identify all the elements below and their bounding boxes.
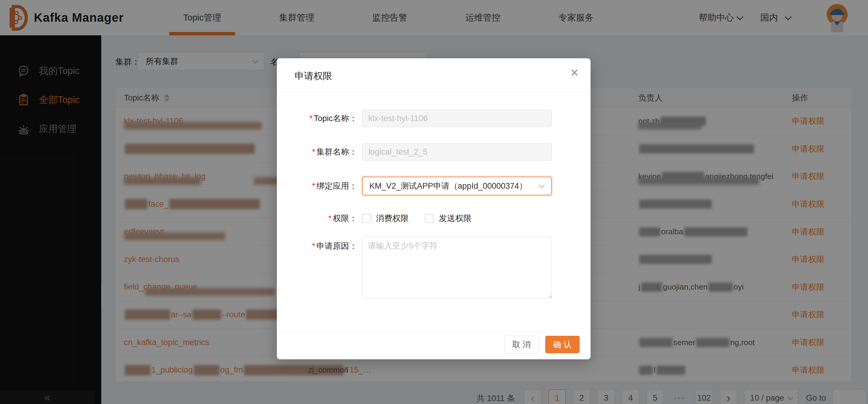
required-asterisk: *: [309, 114, 312, 123]
permission-checkbox-group: 消费权限发送权限: [362, 213, 488, 224]
close-icon[interactable]: ×: [570, 66, 579, 79]
checkbox-label: 消费权限: [376, 213, 409, 224]
checkbox-unchecked[interactable]: [425, 214, 434, 223]
checkbox-label: 发送权限: [439, 213, 471, 224]
chevron-down-icon: [538, 182, 545, 188]
bind-app-label: *绑定应用：: [277, 180, 360, 192]
apply-reason-label: *申请原因：: [277, 236, 360, 251]
required-asterisk: *: [312, 181, 315, 191]
cluster-name-input: [362, 143, 552, 161]
required-asterisk: *: [328, 214, 332, 223]
required-asterisk: *: [312, 241, 315, 250]
permission-label: *权限：: [277, 213, 360, 224]
apply-permission-modal: 申请权限 × *Topic名称： *集群名称： *绑定应用： KM_V2_测试A…: [277, 58, 591, 359]
required-asterisk: *: [312, 147, 315, 157]
cancel-button[interactable]: 取 消: [504, 336, 538, 353]
topic-name-label: *Topic名称：: [277, 113, 360, 124]
apply-reason-textarea[interactable]: [362, 236, 552, 298]
permission-option[interactable]: 发送权限: [425, 213, 471, 224]
bind-app-select[interactable]: KM_V2_测试APP申请（appId_00000374）: [362, 177, 552, 195]
cluster-name-label: *集群名称：: [277, 146, 360, 157]
permission-option[interactable]: 消费权限: [362, 213, 409, 224]
topic-name-input: [362, 110, 552, 127]
checkbox-unchecked[interactable]: [362, 214, 371, 223]
modal-title: 申请权限: [295, 70, 332, 82]
confirm-button[interactable]: 确 认: [545, 336, 580, 353]
